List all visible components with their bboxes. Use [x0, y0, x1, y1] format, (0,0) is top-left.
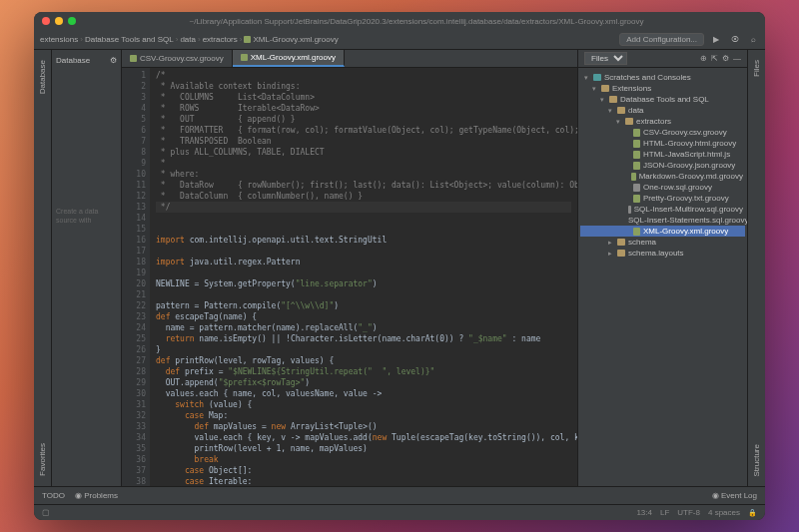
tree-label: Database Tools and SQL	[620, 95, 709, 104]
file-icon	[633, 129, 640, 137]
file-icon	[633, 151, 640, 159]
groovy-file-icon	[130, 55, 137, 62]
breadcrumb-item[interactable]: Database Tools and SQL	[85, 35, 174, 44]
disclosure-icon[interactable]: ▾	[606, 107, 614, 115]
tree-file[interactable]: XML-Groovy.xml.groovy	[580, 226, 745, 237]
file-icon	[633, 184, 640, 192]
editor-tab[interactable]: CSV-Groovy.csv.groovy	[122, 50, 233, 67]
database-panel-hint: Create a data source with	[56, 207, 117, 225]
ide-window: ~/Library/Application Support/JetBrains/…	[34, 12, 765, 520]
gear-icon[interactable]: ⚙	[722, 54, 729, 63]
folder-icon	[601, 85, 609, 92]
tree-label: schema.layouts	[628, 249, 684, 258]
disclosure-icon[interactable]: ▾	[590, 85, 598, 93]
tree-label: JSON-Groovy.json.groovy	[643, 161, 735, 170]
todo-tab[interactable]: TODO	[42, 491, 65, 500]
file-icon	[633, 228, 640, 236]
tree-label: SQL-Insert-Statements.sql.groovy	[628, 216, 747, 225]
code-content[interactable]: /* * Available context bindings: * COLUM…	[150, 68, 577, 486]
tree-label: XML-Groovy.xml.groovy	[643, 227, 728, 236]
status-toggle-icon[interactable]: ▢	[42, 508, 50, 517]
folder-icon	[593, 74, 601, 81]
disclosure-icon[interactable]: ▾	[598, 96, 606, 104]
lock-icon[interactable]	[748, 508, 757, 517]
right-tool-strip: Files Structure	[747, 50, 765, 486]
folder-icon	[617, 250, 625, 257]
minimize-icon[interactable]	[55, 17, 63, 25]
indent-settings[interactable]: 4 spaces	[708, 508, 740, 517]
breadcrumb-item[interactable]: data	[180, 35, 196, 44]
tree-folder[interactable]: ▸schema	[580, 237, 745, 248]
window-controls	[42, 17, 76, 25]
files-tool-tab[interactable]: Files	[750, 54, 763, 83]
problems-tab[interactable]: ◉ Problems	[75, 491, 118, 500]
code-editor[interactable]: 1234567891011121314151617181920212223242…	[122, 68, 577, 486]
editor-area: CSV-Groovy.csv.groovy XML-Groovy.xml.gro…	[122, 50, 577, 486]
cursor-position[interactable]: 13:4	[636, 508, 652, 517]
tree-file[interactable]: One-row.sql.groovy	[580, 182, 745, 193]
collapse-icon[interactable]: ⇱	[711, 54, 718, 63]
tree-label: SQL-Insert-Multirow.sql.groovy	[634, 205, 743, 214]
disclosure-icon[interactable]: ▾	[614, 118, 622, 126]
add-configuration-button[interactable]: Add Configuration...	[619, 33, 704, 46]
tree-file[interactable]: JSON-Groovy.json.groovy	[580, 160, 745, 171]
file-icon	[633, 140, 640, 148]
view-selector[interactable]: Files	[584, 52, 627, 65]
disclosure-icon[interactable]: ▸	[606, 250, 614, 258]
hide-panel-icon[interactable]: —	[733, 54, 741, 63]
status-bar: ▢ 13:4 LF UTF-8 4 spaces	[34, 504, 765, 520]
search-icon[interactable]: ⌕	[748, 35, 759, 44]
tree-folder[interactable]: ▾extractors	[580, 116, 745, 127]
tab-label: CSV-Groovy.csv.groovy	[140, 54, 224, 63]
run-icon[interactable]: ▶	[710, 35, 722, 44]
line-separator[interactable]: LF	[660, 508, 669, 517]
breadcrumb-item[interactable]: extractors	[203, 35, 238, 44]
tree-folder[interactable]: ▾data	[580, 105, 745, 116]
tree-folder[interactable]: ▸schema.layouts	[580, 248, 745, 259]
tree-file[interactable]: SQL-Insert-Multirow.sql.groovy	[580, 204, 745, 215]
disclosure-icon[interactable]: ▸	[606, 239, 614, 247]
breadcrumb-item[interactable]: extensions	[40, 35, 78, 44]
tree-file[interactable]: CSV-Groovy.csv.groovy	[580, 127, 745, 138]
debug-icon[interactable]: ⦿	[728, 35, 742, 44]
locate-icon[interactable]: ⊕	[700, 54, 707, 63]
folder-icon	[617, 239, 625, 246]
files-panel-header: Files ⊕ ⇱ ⚙ —	[578, 50, 747, 68]
tree-label: Scratches and Consoles	[604, 73, 691, 82]
tree-folder[interactable]: ▾Database Tools and SQL	[580, 94, 745, 105]
favorites-tool-tab[interactable]: Favorites	[36, 437, 49, 482]
editor-tab[interactable]: XML-Groovy.xml.groovy	[233, 50, 345, 67]
main-area: Database Favorites Database ⚙ Create a d…	[34, 50, 765, 486]
breadcrumb: extensions› Database Tools and SQL› data…	[40, 35, 613, 44]
groovy-file-icon	[244, 36, 251, 43]
tree-folder[interactable]: ▾Extensions	[580, 83, 745, 94]
close-icon[interactable]	[42, 17, 50, 25]
tree-label: schema	[628, 238, 656, 247]
tree-label: Markdown-Groovy.md.groovy	[639, 172, 743, 181]
structure-tool-tab[interactable]: Structure	[750, 438, 763, 482]
tree-folder[interactable]: ▾Scratches and Consoles	[580, 72, 745, 83]
file-icon	[633, 162, 640, 170]
event-log-tab[interactable]: ◉ Event Log	[712, 491, 757, 500]
disclosure-icon[interactable]: ▾	[582, 74, 590, 82]
tree-file[interactable]: SQL-Insert-Statements.sql.groovy	[580, 215, 745, 226]
tree-label: Extensions	[612, 84, 651, 93]
breadcrumb-item[interactable]: XML-Groovy.xml.groovy	[244, 35, 338, 44]
tree-label: Pretty-Groovy.txt.groovy	[643, 194, 729, 203]
files-panel: Files ⊕ ⇱ ⚙ — ▾Scratches and Consoles▾Ex…	[577, 50, 747, 486]
tree-label: extractors	[636, 117, 671, 126]
tree-label: HTML-JavaScript.html.js	[643, 150, 730, 159]
file-icon	[628, 206, 631, 214]
maximize-icon[interactable]	[68, 17, 76, 25]
tree-file[interactable]: HTML-JavaScript.html.js	[580, 149, 745, 160]
file-encoding[interactable]: UTF-8	[677, 508, 700, 517]
panel-gear-icon[interactable]: ⚙	[110, 56, 117, 65]
database-tool-tab[interactable]: Database	[36, 54, 49, 100]
titlebar: ~/Library/Application Support/JetBrains/…	[34, 12, 765, 30]
tree-label: HTML-Groovy.html.groovy	[643, 139, 736, 148]
folder-icon	[617, 107, 625, 114]
editor-tabs: CSV-Groovy.csv.groovy XML-Groovy.xml.gro…	[122, 50, 577, 68]
tree-file[interactable]: Pretty-Groovy.txt.groovy	[580, 193, 745, 204]
tree-file[interactable]: Markdown-Groovy.md.groovy	[580, 171, 745, 182]
tree-file[interactable]: HTML-Groovy.html.groovy	[580, 138, 745, 149]
